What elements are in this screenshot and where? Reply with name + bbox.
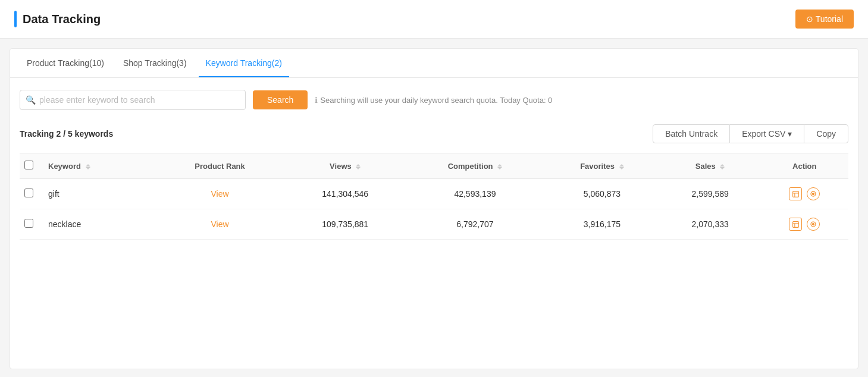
sort-down-icon: [86, 167, 90, 169]
row-checkbox-cell: [20, 209, 43, 240]
copy-button[interactable]: Copy: [804, 124, 848, 143]
favorites-cell: 3,916,175: [544, 209, 660, 240]
action-icons-group: [766, 218, 844, 231]
page-wrapper: Data Tracking ⊙ Tutorial Product Trackin…: [0, 0, 868, 377]
sales-cell: 2,599,589: [660, 179, 761, 209]
chevron-down-icon: ▾: [788, 129, 792, 139]
action-cell: [761, 179, 848, 209]
sales-cell: 2,070,333: [660, 209, 761, 240]
untrack-icon[interactable]: [807, 187, 820, 200]
quota-info: ℹ Searching will use your daily keyword …: [315, 96, 552, 105]
row-checkbox[interactable]: [24, 188, 33, 197]
table-header-row: Keyword Product Rank Views: [20, 153, 848, 179]
track-history-icon[interactable]: [789, 187, 802, 200]
action-cell: [761, 209, 848, 240]
tabs-bar: Product Tracking(10) Shop Tracking(3) Ke…: [10, 49, 858, 78]
quota-text: Searching will use your daily keyword se…: [320, 96, 552, 105]
batch-untrack-button[interactable]: Batch Untrack: [653, 124, 730, 143]
select-all-checkbox[interactable]: [24, 161, 33, 169]
sort-down-icon: [720, 167, 725, 169]
svg-point-4: [813, 193, 814, 195]
table-wrapper: Keyword Product Rank Views: [10, 153, 858, 240]
keyword-cell: gift: [43, 179, 155, 209]
tracking-header: Tracking 2 / 5 keywords Batch Untrack Ex…: [10, 120, 858, 153]
col-action: Action: [761, 153, 848, 179]
sort-up-icon: [497, 164, 502, 166]
sort-icon-competition[interactable]: [497, 164, 502, 169]
action-icons-group: [766, 187, 844, 200]
views-cell: 109,735,881: [285, 209, 406, 240]
tab-keyword-tracking[interactable]: Keyword Tracking(2): [199, 49, 289, 77]
sort-icon-sales[interactable]: [720, 164, 725, 169]
search-button[interactable]: Search: [253, 90, 308, 109]
table-row: necklace View 109,735,881 6,792,707 3,91…: [20, 209, 848, 240]
export-csv-button[interactable]: Export CSV ▾: [730, 124, 804, 143]
svg-rect-0: [792, 191, 798, 197]
header: Data Tracking ⊙ Tutorial: [0, 0, 868, 39]
competition-cell: 42,593,139: [406, 179, 544, 209]
sort-up-icon: [356, 164, 361, 166]
search-input-wrapper: 🔍: [20, 90, 246, 110]
keyword-cell: necklace: [43, 209, 155, 240]
svg-rect-5: [792, 221, 798, 227]
col-product-rank: Product Rank: [155, 153, 285, 179]
col-keyword: Keyword: [43, 153, 155, 179]
col-views: Views: [285, 153, 406, 179]
search-input[interactable]: [20, 90, 246, 110]
sort-icon-favorites[interactable]: [619, 164, 624, 169]
product-rank-cell[interactable]: View: [155, 179, 285, 209]
select-all-header: [20, 153, 43, 179]
views-cell: 141,304,546: [285, 179, 406, 209]
col-favorites: Favorites: [544, 153, 660, 179]
row-checkbox[interactable]: [24, 219, 33, 228]
tracking-info: Tracking 2 / 5 keywords: [20, 129, 113, 139]
favorites-cell: 5,060,873: [544, 179, 660, 209]
tutorial-button[interactable]: ⊙ Tutorial: [795, 10, 854, 29]
info-icon: ℹ: [315, 96, 318, 105]
sort-down-icon: [619, 167, 624, 169]
sort-icon-views[interactable]: [356, 164, 361, 169]
untrack-icon[interactable]: [807, 218, 820, 231]
search-icon: 🔍: [26, 95, 36, 105]
page-title: Data Tracking: [23, 12, 101, 26]
table-row: gift View 141,304,546 42,593,139 5,060,8…: [20, 179, 848, 209]
title-bar-accent: [14, 11, 17, 27]
competition-cell: 6,792,707: [406, 209, 544, 240]
header-title-group: Data Tracking: [14, 11, 101, 27]
main-content: Product Tracking(10) Shop Tracking(3) Ke…: [10, 48, 858, 369]
tab-shop-tracking[interactable]: Shop Tracking(3): [116, 49, 194, 77]
sort-down-icon: [497, 167, 502, 169]
svg-point-9: [813, 224, 814, 225]
sort-up-icon: [86, 164, 90, 166]
tab-product-tracking[interactable]: Product Tracking(10): [20, 49, 111, 77]
col-competition: Competition: [406, 153, 544, 179]
sort-icon-keyword[interactable]: [86, 164, 90, 169]
sort-up-icon: [720, 164, 725, 166]
sort-down-icon: [356, 167, 361, 169]
search-section: 🔍 Search ℹ Searching will use your daily…: [10, 78, 858, 120]
keywords-table: Keyword Product Rank Views: [20, 153, 848, 240]
col-sales: Sales: [660, 153, 761, 179]
track-history-icon[interactable]: [789, 218, 802, 231]
action-buttons-group: Batch Untrack Export CSV ▾ Copy: [653, 124, 848, 143]
sort-up-icon: [619, 164, 624, 166]
product-rank-cell[interactable]: View: [155, 209, 285, 240]
row-checkbox-cell: [20, 179, 43, 209]
